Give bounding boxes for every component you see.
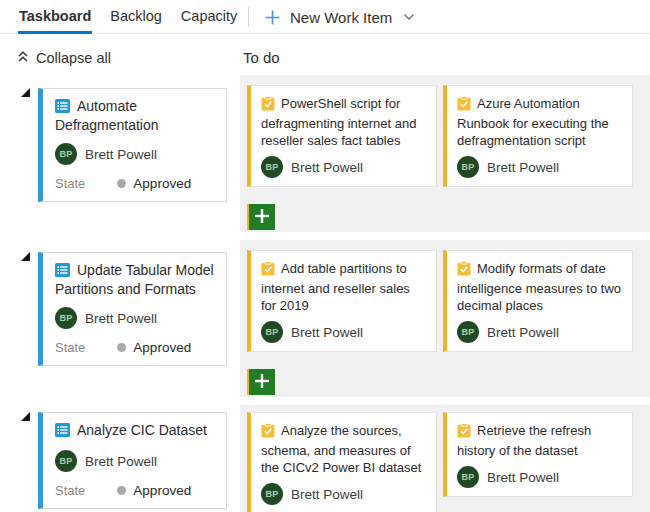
tab-taskboard[interactable]: Taskboard xyxy=(18,0,92,34)
state-label: State xyxy=(55,176,85,191)
state-label: State xyxy=(55,483,85,498)
assignee-name: Brett Powell xyxy=(487,325,559,340)
collapse-all-label: Collapse all xyxy=(36,50,111,66)
task-cards-row: Analyze the sources, schema, and measure… xyxy=(247,412,650,512)
assignee-name: Brett Powell xyxy=(85,454,157,469)
avatar[interactable]: BP xyxy=(55,307,77,329)
state-value[interactable]: Approved xyxy=(117,340,191,355)
taskboard-page: Taskboard Backlog Capacity New Work Item… xyxy=(0,0,650,512)
avatar[interactable]: BP xyxy=(261,156,283,178)
add-task-button[interactable] xyxy=(247,369,275,395)
task-title[interactable]: Modify formats of date intelligence meas… xyxy=(457,260,622,314)
user-story-icon xyxy=(55,99,70,117)
tab-capacity[interactable]: Capacity xyxy=(180,0,238,34)
row-expander[interactable] xyxy=(21,412,30,421)
story-card[interactable]: Automate Defragmentation BP Brett Powell… xyxy=(38,88,227,202)
state-dot-icon xyxy=(117,343,126,352)
assignee: BP Brett Powell xyxy=(55,450,214,472)
assignee: BP Brett Powell xyxy=(457,466,622,488)
task-title[interactable]: Azure Automation Runbook for executing t… xyxy=(457,95,622,149)
task-icon xyxy=(261,261,275,280)
task-card[interactable]: Analyze the sources, schema, and measure… xyxy=(247,412,437,512)
avatar[interactable]: BP xyxy=(457,156,479,178)
state-text: Approved xyxy=(133,176,191,191)
assignee-name: Brett Powell xyxy=(291,160,363,175)
assignee: BP Brett Powell xyxy=(261,156,426,178)
story-card[interactable]: Analyze CIC Dataset BP Brett Powell Stat… xyxy=(38,412,227,509)
avatar[interactable]: BP xyxy=(457,321,479,343)
new-work-item-button[interactable]: New Work Item xyxy=(264,3,415,31)
state-row: State Approved xyxy=(55,483,214,498)
assignee-name: Brett Powell xyxy=(85,147,157,162)
assignee-name: Brett Powell xyxy=(487,470,559,485)
task-icon xyxy=(261,423,275,442)
assignee: BP Brett Powell xyxy=(457,321,622,343)
state-row: State Approved xyxy=(55,176,214,191)
state-label: State xyxy=(55,340,85,355)
task-card[interactable]: Add table partitions to internet and res… xyxy=(247,250,437,352)
story-title[interactable]: Update Tabular Model Partitions and Form… xyxy=(55,262,214,298)
chevron-down-icon xyxy=(403,13,415,21)
task-title[interactable]: PowerShell script for defragmenting inte… xyxy=(261,95,426,149)
task-card[interactable]: Retrieve the refresh history of the data… xyxy=(443,412,633,497)
task-card[interactable]: Azure Automation Runbook for executing t… xyxy=(443,85,633,187)
collapse-all-button[interactable]: Collapse all xyxy=(17,50,111,66)
story-card[interactable]: Update Tabular Model Partitions and Form… xyxy=(38,252,227,366)
task-icon xyxy=(457,96,471,115)
state-dot-icon xyxy=(117,486,126,495)
story-title[interactable]: Analyze CIC Dataset xyxy=(55,422,214,441)
assignee-name: Brett Powell xyxy=(85,311,157,326)
assignee-name: Brett Powell xyxy=(487,160,559,175)
assignee: BP Brett Powell xyxy=(55,143,214,165)
task-title[interactable]: Retrieve the refresh history of the data… xyxy=(457,422,622,459)
avatar[interactable]: BP xyxy=(261,483,283,505)
task-icon xyxy=(457,261,471,280)
column-header-todo: To do xyxy=(243,49,280,66)
task-icon xyxy=(261,96,275,115)
row-expander[interactable] xyxy=(21,88,30,97)
task-cards-row: PowerShell script for defragmenting inte… xyxy=(247,85,650,187)
state-dot-icon xyxy=(117,179,126,188)
task-title[interactable]: Add table partitions to internet and res… xyxy=(261,260,426,314)
avatar[interactable]: BP xyxy=(55,143,77,165)
tabs: Taskboard Backlog Capacity xyxy=(0,0,238,34)
assignee: BP Brett Powell xyxy=(261,321,426,343)
plus-icon xyxy=(255,374,269,391)
plus-icon xyxy=(255,209,269,226)
assignee: BP Brett Powell xyxy=(55,307,214,329)
task-card[interactable]: Modify formats of date intelligence meas… xyxy=(443,250,633,352)
tab-backlog[interactable]: Backlog xyxy=(109,0,163,34)
task-cards-row: Add table partitions to internet and res… xyxy=(247,250,650,352)
toolbar-divider xyxy=(248,7,249,27)
assignee: BP Brett Powell xyxy=(261,483,426,505)
row-expander[interactable] xyxy=(21,252,30,261)
task-icon xyxy=(457,423,471,442)
state-row: State Approved xyxy=(55,340,214,355)
avatar[interactable]: BP xyxy=(55,450,77,472)
task-title[interactable]: Analyze the sources, schema, and measure… xyxy=(261,422,426,476)
state-text: Approved xyxy=(133,483,191,498)
double-chevron-up-icon xyxy=(17,50,29,66)
todo-lane-row-1: PowerShell script for defragmenting inte… xyxy=(240,75,650,232)
avatar[interactable]: BP xyxy=(457,466,479,488)
assignee-name: Brett Powell xyxy=(291,325,363,340)
user-story-icon xyxy=(55,423,70,441)
add-task-button[interactable] xyxy=(247,204,275,230)
assignee: BP Brett Powell xyxy=(457,156,622,178)
task-card[interactable]: PowerShell script for defragmenting inte… xyxy=(247,85,437,187)
story-title[interactable]: Automate Defragmentation xyxy=(55,98,214,134)
tab-bar: Taskboard Backlog Capacity New Work Item xyxy=(0,0,650,34)
user-story-icon xyxy=(55,263,70,281)
plus-icon xyxy=(264,9,281,26)
todo-lane-row-3: Analyze the sources, schema, and measure… xyxy=(240,405,650,512)
new-work-item-label: New Work Item xyxy=(290,9,392,26)
state-value[interactable]: Approved xyxy=(117,483,191,498)
avatar[interactable]: BP xyxy=(261,321,283,343)
assignee-name: Brett Powell xyxy=(291,487,363,502)
todo-lane-row-2: Add table partitions to internet and res… xyxy=(240,240,650,397)
state-text: Approved xyxy=(133,340,191,355)
state-value[interactable]: Approved xyxy=(117,176,191,191)
